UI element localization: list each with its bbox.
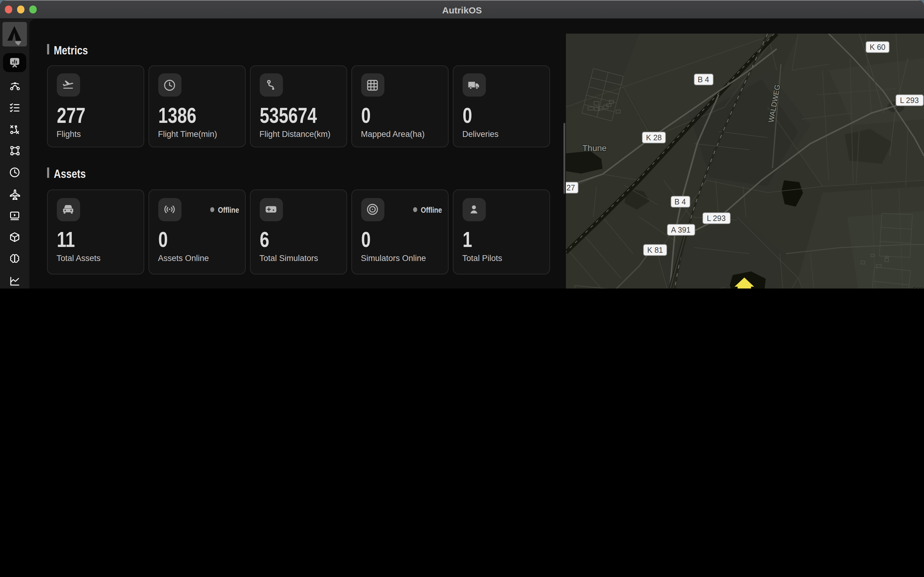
svg-text:B 4: B 4: [697, 75, 709, 84]
svg-text:L 293: L 293: [707, 214, 725, 222]
svg-text:L 293: L 293: [900, 96, 919, 104]
svg-text:K 60: K 60: [869, 42, 885, 51]
svg-text:Wa: Wa: [914, 286, 924, 288]
svg-text:27: 27: [566, 183, 575, 192]
svg-text:A 391: A 391: [671, 225, 690, 234]
svg-text:Thune: Thune: [582, 143, 606, 153]
svg-text:B 4: B 4: [674, 197, 686, 206]
svg-text:K 28: K 28: [646, 133, 661, 142]
svg-text:K 81: K 81: [647, 245, 662, 254]
